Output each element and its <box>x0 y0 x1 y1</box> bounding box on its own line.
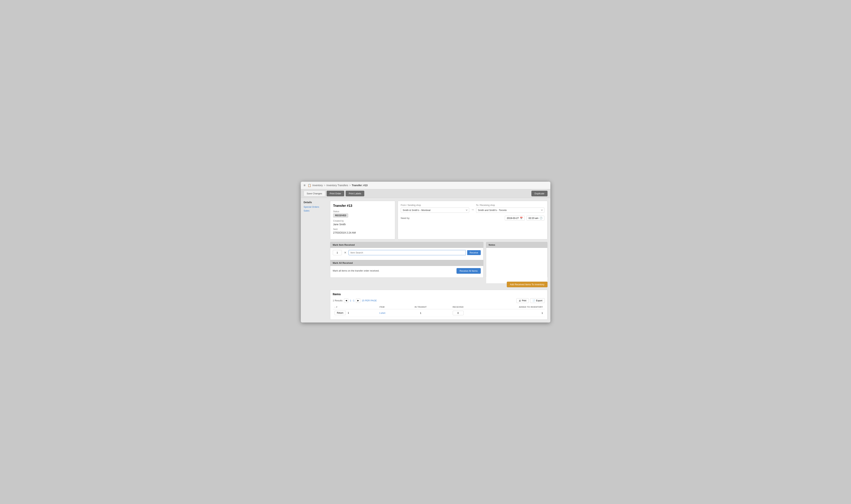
clock-icon: 🕐 <box>539 217 543 219</box>
breadcrumb-sep1: > <box>324 184 325 187</box>
duplicate-button[interactable]: Duplicate <box>531 191 547 196</box>
table-row: Return 1 t-shirt 1 1 <box>333 309 545 317</box>
clear-button[interactable]: ✕ <box>343 250 347 255</box>
shop-selector-card: From / Sending shop Smith & Smith's - Mo… <box>398 201 548 239</box>
mark-all-body: Mark all items on the transfer order rec… <box>330 266 483 276</box>
from-shop-label: From / Sending shop <box>401 204 469 206</box>
mark-item-header: Mark Item Received <box>330 242 483 248</box>
created-by-value: Jane Smith <box>333 223 392 226</box>
created-by-label: Created by <box>333 220 392 222</box>
export-button[interactable]: 📄 Export <box>530 298 545 303</box>
item-search-input[interactable] <box>349 250 466 255</box>
items-table: ↓ # ITEM IN TRANSIT RECEIVED ADDED TO IN… <box>333 305 545 317</box>
transfer-info-card: Transfer #13 Status RECEIVED Created by … <box>330 201 395 239</box>
transfer-arrow-icon: → <box>471 208 474 212</box>
sidebar-details-title: Details <box>304 201 327 204</box>
row-added-to-inventory: 1 <box>476 309 545 317</box>
breadcrumb-current: Transfer: #13 <box>352 184 368 187</box>
pagination-prev[interactable]: ◀ <box>344 299 348 303</box>
receive-row: ✕ Receive <box>333 250 481 255</box>
row-num: 1 <box>348 311 349 314</box>
app-window: ≡ 📋 Inventory > Inventory Transfers > Tr… <box>301 182 550 323</box>
row-return: Return 1 <box>333 309 378 317</box>
notes-textarea[interactable] <box>486 248 547 283</box>
date-input[interactable]: 2019-03-27 📅 <box>505 216 525 220</box>
items-toolbar-left: 1 Results ◀ 1 - 1 ▶ 15 PER PAGE <box>333 299 377 303</box>
notes-panel: Notes <box>486 242 548 278</box>
items-toolbar: 1 Results ◀ 1 - 1 ▶ 15 PER PAGE 🖨 Print … <box>333 298 545 303</box>
save-changes-button[interactable]: Save Changes <box>304 191 325 196</box>
transfer-header-row: Transfer #13 Status RECEIVED Created by … <box>330 201 548 239</box>
topbar: ≡ 📋 Inventory > Inventory Transfers > Tr… <box>301 182 550 189</box>
mark-all-header: Mark All Received <box>330 260 483 266</box>
status-label: Status <box>333 210 392 213</box>
menu-icon[interactable]: ≡ <box>304 183 306 187</box>
print-labels-button[interactable]: Print Labels <box>345 191 364 196</box>
shop-row: From / Sending shop Smith & Smith's - Mo… <box>401 204 545 213</box>
sent-label: Sent <box>333 228 392 231</box>
receive-button[interactable]: Receive <box>467 250 481 255</box>
pagination-next[interactable]: ▶ <box>356 299 360 303</box>
breadcrumb: 📋 Inventory > Inventory Transfers > Tran… <box>308 184 368 187</box>
breadcrumb-inventory[interactable]: Inventory <box>312 184 323 187</box>
row-received <box>440 309 476 317</box>
calendar-icon: 2019-03-27 <box>507 217 519 219</box>
mark-item-body: ✕ Receive <box>330 248 483 260</box>
status-badge: RECEIVED <box>333 214 348 217</box>
add-inventory-row: Add Received Items To Inventory <box>330 282 548 287</box>
mark-item-panel: Mark Item Received ✕ Receive Mark All Re… <box>330 242 483 278</box>
print-order-button[interactable]: Print Order <box>327 191 344 196</box>
toolbar-left: Save Changes Print Order Print Labels <box>304 191 365 196</box>
mark-items-row: Mark Item Received ✕ Receive Mark All Re… <box>330 242 548 278</box>
sent-value: 27/03/2019 2:24 AM <box>333 231 392 234</box>
sort-icon: ↓ <box>335 306 336 308</box>
item-link[interactable]: t-shirt <box>379 312 386 314</box>
inventory-icon: 📋 <box>308 184 311 187</box>
toolbar: Save Changes Print Order Print Labels Du… <box>301 189 550 198</box>
time-value: 02:23 am <box>529 217 538 219</box>
need-by-label: Need by <box>401 217 409 219</box>
breadcrumb-transfers[interactable]: Inventory Transfers <box>326 184 348 187</box>
sidebar: Details Special Orders Sales <box>304 201 327 320</box>
to-shop-label: To / Receiving shop <box>476 204 545 206</box>
col-in-transit: IN TRANSIT <box>401 305 440 309</box>
export-icon: 📄 <box>532 299 535 302</box>
per-page[interactable]: 15 PER PAGE <box>362 299 377 302</box>
col-sort[interactable]: ↓ # <box>333 305 378 309</box>
notes-header: Notes <box>486 242 547 248</box>
return-button[interactable]: Return <box>335 311 346 315</box>
mark-all-text: Mark all items on the transfer order rec… <box>333 269 379 272</box>
items-title: Items <box>333 292 545 296</box>
col-received: RECEIVED <box>440 305 476 309</box>
col-added-to-inventory: ADDED TO INVENTORY <box>476 305 545 309</box>
pagination-current: 1 - 1 <box>350 299 355 302</box>
main-content: Details Special Orders Sales Transfer #1… <box>301 198 550 323</box>
printer-icon: 🖨 <box>519 299 521 302</box>
time-input[interactable]: 02:23 am 🕐 <box>527 216 544 220</box>
from-shop-field: From / Sending shop Smith & Smith's - Mo… <box>401 204 469 213</box>
need-by-row: Need by 2019-03-27 📅 02:23 am 🕐 <box>401 216 545 220</box>
toolbar-right: Duplicate <box>531 191 547 196</box>
results-count: 1 Results <box>333 299 342 302</box>
calendar-icon-symbol: 📅 <box>520 217 523 219</box>
quantity-input[interactable] <box>333 250 342 255</box>
add-to-inventory-button[interactable]: Add Received Items To Inventory <box>507 282 548 287</box>
content-area: Transfer #13 Status RECEIVED Created by … <box>330 201 548 320</box>
transfer-title: Transfer #13 <box>333 204 392 208</box>
received-input[interactable] <box>453 311 464 315</box>
table-header-row: ↓ # ITEM IN TRANSIT RECEIVED ADDED TO IN… <box>333 305 545 309</box>
receive-all-button[interactable]: Receive All Items <box>457 268 481 274</box>
col-item: ITEM <box>378 305 401 309</box>
sidebar-item-sales[interactable]: Sales <box>304 209 327 212</box>
row-in-transit: 1 <box>401 309 440 317</box>
print-table-button[interactable]: 🖨 Print <box>516 298 529 303</box>
items-toolbar-right: 🖨 Print 📄 Export <box>516 298 545 303</box>
from-shop-select[interactable]: Smith & Smith's - Montreal <box>401 208 469 213</box>
to-shop-select[interactable]: Smith and Smith's - Toronto <box>476 208 545 213</box>
breadcrumb-sep2: > <box>349 184 351 187</box>
to-shop-field: To / Receiving shop Smith and Smith's - … <box>476 204 545 213</box>
items-section: Items 1 Results ◀ 1 - 1 ▶ 15 PER PAGE 🖨 … <box>330 290 548 320</box>
sidebar-item-special-orders[interactable]: Special Orders <box>304 205 327 208</box>
row-item: t-shirt <box>378 309 401 317</box>
